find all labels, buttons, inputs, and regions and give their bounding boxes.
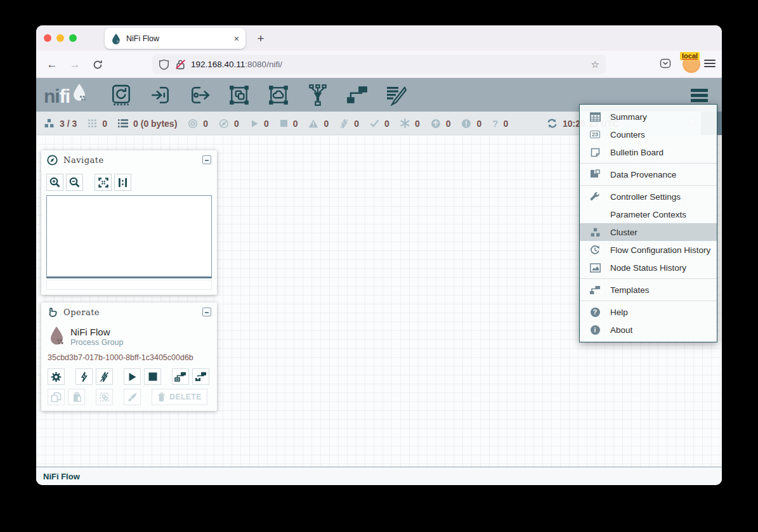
global-menu: Summary 23Counters Bulletin Board Data P…: [579, 104, 717, 342]
shield-icon[interactable]: [159, 59, 169, 70]
birdseye-footer: [46, 280, 212, 290]
navigate-collapse-button[interactable]: [202, 155, 211, 164]
tab-close-icon[interactable]: ×: [234, 34, 239, 44]
browser-tab[interactable]: NiFi Flow ×: [105, 28, 245, 49]
stopped-icon: [280, 119, 288, 127]
delete-button[interactable]: DELETE: [152, 389, 207, 405]
queued-icon: [118, 119, 128, 128]
status-sync-failure: ?0: [492, 118, 508, 129]
forward-button[interactable]: →: [67, 56, 83, 73]
output-port-tool[interactable]: [189, 84, 211, 107]
window-close-button[interactable]: [44, 34, 51, 42]
start-button[interactable]: [124, 368, 141, 385]
menu-item-flow-configuration-history[interactable]: Flow Configuration History: [580, 241, 717, 259]
configure-button[interactable]: [48, 368, 65, 385]
label-tool[interactable]: [386, 84, 407, 107]
transmitting-icon: [188, 119, 198, 129]
birdseye-minimap[interactable]: [46, 195, 212, 278]
breadcrumb[interactable]: NiFi Flow: [43, 472, 80, 481]
remote-process-group-tool[interactable]: [268, 84, 289, 107]
controller-settings-icon: [588, 191, 602, 202]
menu-item-cluster[interactable]: Cluster: [580, 223, 717, 241]
status-transmitting: 0: [188, 119, 208, 129]
browser-window: NiFi Flow × + ← → 192.168.40.11:8080/nif…: [36, 25, 722, 485]
templates-icon: [588, 285, 602, 295]
zoom-fit-button[interactable]: [95, 174, 112, 191]
selected-component-name: NiFi Flow: [70, 327, 123, 337]
browser-menu-icon[interactable]: [704, 58, 716, 69]
enable-button[interactable]: [75, 368, 93, 385]
help-icon: ?: [588, 308, 602, 317]
threads-icon: [88, 119, 97, 128]
group-button[interactable]: [96, 389, 113, 405]
menu-item-data-provenance[interactable]: Data Provenance: [580, 165, 717, 183]
hand-icon: [47, 307, 58, 318]
new-tab-button[interactable]: +: [252, 30, 269, 47]
url-path: :8080/nifi/: [245, 60, 282, 69]
insecure-lock-icon[interactable]: [175, 59, 186, 70]
navigate-header[interactable]: Navigate: [41, 150, 217, 169]
summary-icon: [588, 112, 602, 122]
logo-ni: ni: [44, 86, 60, 107]
menu-divider: [580, 163, 717, 164]
bookmark-star-icon[interactable]: ☆: [591, 59, 599, 70]
not-transmitting-icon: [219, 119, 229, 129]
funnel-tool[interactable]: [307, 84, 329, 107]
data-provenance-icon: [588, 169, 602, 179]
flow-configuration-history-icon: [588, 245, 602, 255]
menu-item-summary[interactable]: Summary: [580, 108, 717, 126]
breadcrumb-bar: NiFi Flow: [36, 468, 722, 485]
reload-button[interactable]: [89, 56, 106, 73]
bulletin-board-icon: [588, 148, 602, 157]
nifi-favicon: [111, 33, 121, 44]
fill-color-button[interactable]: [124, 389, 141, 405]
locally-modified-icon: [400, 119, 410, 128]
status-active-threads: 0: [88, 119, 107, 129]
menu-divider: [580, 185, 717, 186]
processor-tool[interactable]: [110, 84, 132, 107]
navigate-palette: Navigate: [41, 150, 217, 295]
menu-item-help[interactable]: ?Help: [580, 303, 717, 321]
operate-collapse-button[interactable]: [202, 308, 211, 316]
status-clustered-nodes: 3 / 3: [44, 118, 77, 129]
menu-item-controller-settings[interactable]: Controller Settings: [580, 188, 717, 205]
status-invalid: 0: [308, 119, 329, 129]
window-minimize-button[interactable]: [56, 34, 64, 42]
status-up-to-date: 0: [370, 119, 389, 129]
input-port-tool[interactable]: [150, 84, 171, 107]
menu-item-bulletin-board[interactable]: Bulletin Board: [580, 143, 717, 161]
menu-item-counters[interactable]: 23Counters: [580, 126, 717, 143]
operate-title: Operate: [63, 308, 100, 317]
nifi-logo: nifi: [44, 82, 88, 107]
profile-badge: local: [680, 52, 700, 60]
window-zoom-button[interactable]: [69, 34, 77, 42]
screen: NiFi Flow × + ← → 192.168.40.11:8080/nif…: [0, 0, 758, 532]
about-icon: i: [588, 325, 602, 335]
back-button[interactable]: ←: [44, 56, 60, 73]
operate-header[interactable]: Operate: [41, 302, 217, 321]
template-tool[interactable]: [346, 84, 368, 107]
cluster-menu-icon: [588, 227, 602, 238]
status-running: 0: [250, 119, 269, 129]
navigate-title: Navigate: [63, 155, 104, 165]
menu-item-templates[interactable]: Templates: [580, 281, 717, 299]
disable-button[interactable]: [96, 368, 113, 385]
zoom-in-button[interactable]: [46, 174, 63, 191]
pocket-icon[interactable]: [660, 58, 671, 69]
copy-button[interactable]: [48, 389, 65, 405]
compass-icon: [47, 155, 58, 165]
paste-button[interactable]: [68, 389, 85, 405]
refresh-icon[interactable]: [547, 119, 558, 128]
upload-template-button[interactable]: [192, 368, 209, 385]
global-menu-button[interactable]: [691, 87, 708, 104]
url-bar[interactable]: 192.168.40.11:8080/nifi/ ☆: [152, 55, 606, 74]
menu-item-node-status-history[interactable]: Node Status History: [580, 259, 717, 276]
stop-button[interactable]: [144, 368, 161, 385]
delete-label: DELETE: [169, 393, 201, 401]
menu-item-about[interactable]: iAbout: [580, 321, 717, 339]
zoom-out-button[interactable]: [66, 174, 83, 191]
process-group-tool[interactable]: [228, 84, 250, 107]
menu-item-parameter-contexts[interactable]: Parameter Contexts: [580, 205, 717, 223]
zoom-actual-button[interactable]: [114, 174, 131, 191]
create-template-button[interactable]: [172, 368, 189, 385]
